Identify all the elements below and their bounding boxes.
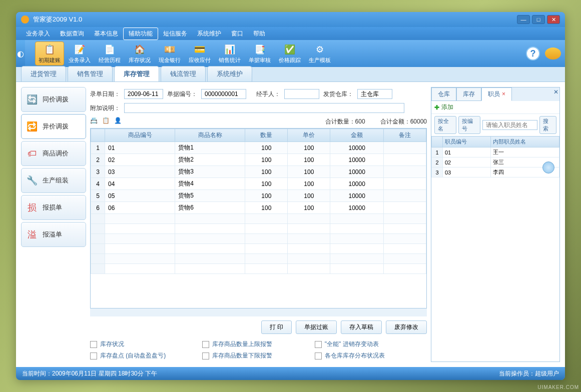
panel-close-icon[interactable]: ✕ <box>553 88 558 96</box>
app-window: 管家婆2009 V1.0 — □ ✕ 业务录入数据查询基本信息辅助功能短信服务系… <box>16 12 565 380</box>
toolbar-库存状况[interactable]: 🏠库存状况 <box>125 42 154 66</box>
status-user: 当前操作员：超级用户 <box>499 370 559 378</box>
note-label: 附加说明： <box>90 104 120 112</box>
menu-item-2[interactable]: 基本信息 <box>89 28 123 40</box>
link-item[interactable]: 各仓库库存分布状况表 <box>315 352 427 360</box>
warehouse-input[interactable] <box>357 89 392 99</box>
sidebar-报溢单[interactable]: 溢报溢单 <box>21 222 86 247</box>
grid-icon-2[interactable]: 📋 <box>102 117 111 126</box>
toolbar-销售统计[interactable]: 📊销售统计 <box>215 42 244 66</box>
sidebar-商品调价[interactable]: 🏷商品调价 <box>21 141 86 166</box>
filter-fullname-button[interactable]: 按全名 <box>434 116 456 134</box>
handler-label: 经手人： <box>250 90 280 98</box>
employee-grid[interactable]: 职员编号内部职员姓名101王一202张三303李四 <box>431 136 559 362</box>
grid-icon-1[interactable]: 📇 <box>90 117 99 126</box>
sidebar-同价调拨[interactable]: 🔄同价调拨 <box>21 87 86 112</box>
menu-item-3[interactable]: 辅助功能 <box>123 28 158 40</box>
sidebar-报损单[interactable]: 损报损单 <box>21 195 86 220</box>
list-icon <box>202 352 209 360</box>
collapse-toolbar-button[interactable]: ◐ <box>16 40 25 67</box>
list-icon <box>90 341 97 348</box>
toolbar-经营历程[interactable]: 📄经营历程 <box>95 42 124 66</box>
table-row[interactable]: 303李四 <box>432 168 559 178</box>
items-grid[interactable]: 商品编号商品名称数量单价金额备注101货物110010010000202货物21… <box>90 128 427 308</box>
close-button[interactable]: ✕ <box>547 15 560 24</box>
table-row[interactable]: 101王一 <box>432 148 559 158</box>
maximize-button[interactable]: □ <box>532 15 545 24</box>
table-row[interactable]: 202张三 <box>432 158 559 168</box>
action-废弃修改[interactable]: 废弃修改 <box>386 320 427 334</box>
rp-tab-库存[interactable]: 库存 <box>456 88 481 101</box>
menu-item-1[interactable]: 数据查询 <box>55 28 89 40</box>
total-qty-value: 600 <box>355 118 365 125</box>
main-tab-销售管理[interactable]: 销售管理 <box>68 66 113 82</box>
link-item[interactable]: 库存盘点 (自动盘盈盘亏) <box>90 352 202 360</box>
total-amt-value: 60000 <box>410 118 427 125</box>
sidebar-生产组装[interactable]: 🔧生产组装 <box>21 168 86 193</box>
tool-icon: 💳 <box>194 44 206 56</box>
theme-icon[interactable] <box>545 48 561 60</box>
total-qty-label: 合计数量： <box>325 118 355 125</box>
table-row[interactable]: 505货物510010010000 <box>91 190 426 202</box>
menu-item-5[interactable]: 系统维护 <box>192 28 226 40</box>
main-tabs: 进货管理销售管理库存管理钱流管理系统维护 <box>16 67 565 82</box>
action-存入草稿[interactable]: 存入草稿 <box>341 320 382 334</box>
content-area: 🔄同价调拨🔁异价调拨🏷商品调价🔧生产组装损报损单溢报溢单 录单日期： 单据编号：… <box>16 82 565 367</box>
app-title: 管家婆2009 V1.0 <box>33 15 517 24</box>
right-panel: ✕ 仓库库存职员× ✚添加 按全名 按编号 搜索 职员编号内部职员姓名101王一… <box>431 87 560 362</box>
date-input[interactable] <box>124 89 163 99</box>
search-input[interactable] <box>482 120 537 130</box>
filter-code-button[interactable]: 按编号 <box>458 116 480 134</box>
toolbar-现金银行[interactable]: 💴现金银行 <box>155 42 184 66</box>
action-打 印[interactable]: 打 印 <box>261 320 292 334</box>
titlebar[interactable]: 管家婆2009 V1.0 — □ ✕ <box>16 12 565 27</box>
menu-item-4[interactable]: 短信服务 <box>158 28 192 40</box>
help-icon[interactable]: ? <box>526 46 540 60</box>
menu-item-7[interactable]: 帮助 <box>248 28 270 40</box>
table-row[interactable]: 101货物110010010000 <box>91 142 426 154</box>
rp-tab-仓库[interactable]: 仓库 <box>431 88 456 101</box>
handler-input[interactable] <box>284 89 319 99</box>
table-row[interactable]: 606货物610010010000 <box>91 202 426 214</box>
side-icon: 损 <box>27 202 38 213</box>
center-pane: 录单日期： 单据编号： 经手人： 发货仓库： 附加说明： 📇 📋 👤 合计数量：… <box>90 87 427 362</box>
table-row[interactable]: 303货物310010010000 <box>91 166 426 178</box>
list-icon <box>315 341 322 348</box>
main-tab-钱流管理[interactable]: 钱流管理 <box>161 66 206 82</box>
side-icon: 溢 <box>27 229 38 240</box>
side-icon: 🔧 <box>27 175 38 186</box>
menu-item-0[interactable]: 业务录入 <box>21 28 55 40</box>
note-input[interactable] <box>124 103 404 113</box>
table-row[interactable]: 202货物210010010000 <box>91 154 426 166</box>
toolbar-单据审核[interactable]: 📑单据审核 <box>245 42 274 66</box>
search-button[interactable]: 搜索 <box>539 116 556 134</box>
main-tab-库存管理[interactable]: 库存管理 <box>114 66 159 82</box>
tool-icon: 🏠 <box>134 44 146 56</box>
link-item[interactable]: 库存商品数量上限报警 <box>202 340 314 348</box>
table-row[interactable]: 404货物410010010000 <box>91 178 426 190</box>
toolbar-初期建账[interactable]: 📋初期建账 <box>35 42 64 66</box>
menu-item-6[interactable]: 窗口 <box>226 28 248 40</box>
grid-hscroll[interactable] <box>90 308 427 316</box>
toolbar-生产模板[interactable]: ⚙生产模板 <box>305 42 334 66</box>
list-icon <box>202 341 209 348</box>
person-icon[interactable]: 👤 <box>114 117 123 126</box>
main-tab-进货管理[interactable]: 进货管理 <box>21 66 66 82</box>
action-单据过账[interactable]: 单据过账 <box>296 320 337 334</box>
toolbar-业务录入[interactable]: 📝业务录入 <box>65 42 94 66</box>
minimize-button[interactable]: — <box>517 15 530 24</box>
statusbar: 当前时间：2009年06月11日 星期四 18时30分 下午 当前操作员：超级用… <box>16 367 565 380</box>
main-tab-系统维护[interactable]: 系统维护 <box>207 66 252 82</box>
side-icon: 🔁 <box>27 121 38 132</box>
tab-close-icon[interactable]: × <box>502 90 505 98</box>
rp-tab-职员[interactable]: 职员× <box>481 88 512 101</box>
add-button[interactable]: ✚添加 <box>434 103 453 112</box>
link-item[interactable]: 库存状况 <box>90 340 202 348</box>
toolbar-应收应付[interactable]: 💳应收应付 <box>185 42 214 66</box>
link-item[interactable]: 库存商品数量下限报警 <box>202 352 314 360</box>
doc-input[interactable] <box>201 89 246 99</box>
sidebar-异价调拨[interactable]: 🔁异价调拨 <box>21 114 86 139</box>
window-controls: — □ ✕ <box>517 15 560 24</box>
toolbar-价格跟踪[interactable]: ✅价格跟踪 <box>275 42 304 66</box>
link-item[interactable]: "全能" 进销存变动表 <box>315 340 427 348</box>
